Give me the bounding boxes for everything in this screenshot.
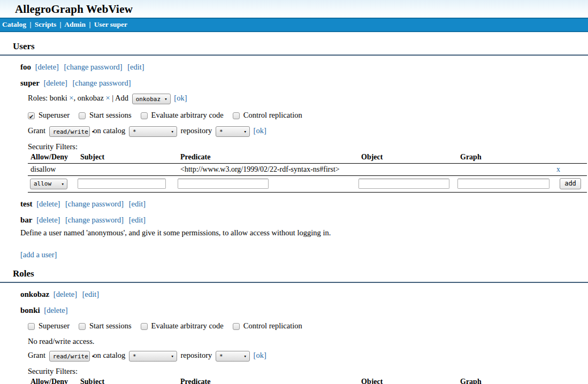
filter-header-row: Allow/Deny Subject Predicate Object Grap… <box>28 152 587 164</box>
access-select[interactable]: read/write ▾ <box>49 351 90 362</box>
col-allow-deny: Allow/Deny <box>28 152 78 164</box>
graph-input[interactable] <box>457 179 549 189</box>
users-section: foo [delete] [change password] [edit] su… <box>20 63 587 259</box>
col-graph: Graph <box>457 377 554 384</box>
access-select[interactable]: read/write ▾ <box>49 126 90 137</box>
delete-link[interactable]: [delete] <box>43 79 67 87</box>
repository-label: repository <box>181 126 212 135</box>
chevron-down-icon: ▾ <box>244 354 247 359</box>
object-value <box>358 164 457 176</box>
user-name: test <box>20 199 33 208</box>
control-replication-checkbox[interactable]: ✔ <box>233 323 240 330</box>
remove-filter-link[interactable]: x <box>556 165 560 173</box>
perm-start-sessions: ✔Start sessions <box>79 321 132 331</box>
new-filter-row: allow ▾ add <box>28 176 587 193</box>
security-filters-label: Security Filters: <box>28 367 587 376</box>
delete-link[interactable]: [delete] <box>54 290 77 298</box>
nav-admin[interactable]: Admin <box>64 20 86 28</box>
subject-input[interactable] <box>78 179 166 189</box>
superuser-checkbox[interactable]: ✔ <box>28 323 35 330</box>
grant-ok-link[interactable]: [ok] <box>254 351 266 359</box>
change-password-link[interactable]: [change password] <box>65 199 124 208</box>
permissions-row: ✔Superuser ✔Start sessions ✔Evaluate arb… <box>28 111 587 120</box>
col-graph: Graph <box>457 152 554 164</box>
change-password-link[interactable]: [change password] <box>64 63 123 71</box>
remove-role-bonki-link[interactable]: × <box>69 94 73 102</box>
role-name: onkobaz <box>20 290 49 298</box>
object-input[interactable] <box>358 179 449 189</box>
perm-superuser: ✔Superuser <box>28 111 70 120</box>
change-password-link[interactable]: [change password] <box>72 79 131 87</box>
chevron-down-icon: ▾ <box>171 129 173 134</box>
delete-link[interactable]: [delete] <box>36 199 60 208</box>
perm-evaluate: ✔Evaluate arbitrary code <box>141 111 224 120</box>
pipe: | <box>112 94 113 102</box>
perm-replication: ✔Control replication <box>233 321 302 331</box>
evaluate-code-checkbox[interactable]: ✔ <box>141 323 148 330</box>
chevron-down-icon: ▾ <box>244 129 247 134</box>
users-heading: Users <box>0 41 588 56</box>
perm-start-sessions: ✔Start sessions <box>79 111 132 120</box>
col-object: Object <box>358 377 457 384</box>
col-object: Object <box>358 152 457 164</box>
chevron-down-icon: ▾ <box>62 181 64 187</box>
nav-separator: | <box>58 20 63 28</box>
nav-catalog[interactable]: Catalog <box>2 20 26 28</box>
grant-label: Grant <box>28 126 45 135</box>
user-name: super <box>20 79 40 87</box>
edit-link[interactable]: [edit] <box>82 290 99 298</box>
add-filter-button[interactable]: add <box>560 178 581 189</box>
nav-scripts[interactable]: Scripts <box>35 20 57 28</box>
graph-value <box>457 164 554 176</box>
add-role-select[interactable]: onkobaz ▾ <box>132 94 171 104</box>
nav-separator: | <box>28 20 33 28</box>
predicate-value: <http://www.w3.org/1999/02/22-rdf-syntax… <box>178 164 358 176</box>
col-predicate: Predicate <box>178 152 358 164</box>
repository-select[interactable]: * ▾ <box>216 351 250 362</box>
grant-label: Grant <box>28 351 45 359</box>
add-role-label: Add <box>115 94 128 102</box>
edit-link[interactable]: [edit] <box>129 199 146 208</box>
change-password-link[interactable]: [change password] <box>65 216 124 224</box>
edit-link[interactable]: [edit] <box>127 63 144 71</box>
add-user-link[interactable]: [add a user] <box>20 250 57 259</box>
repository-select[interactable]: * ▾ <box>216 126 250 137</box>
check-icon: ✔ <box>29 113 34 120</box>
evaluate-code-checkbox[interactable]: ✔ <box>141 112 148 119</box>
role-row-bonki: bonki [delete] <box>20 306 587 315</box>
start-sessions-checkbox[interactable]: ✔ <box>79 323 86 330</box>
subject-value <box>78 164 178 176</box>
permissions-row: ✔Superuser ✔Start sessions ✔Evaluate arb… <box>28 321 587 331</box>
col-subject: Subject <box>78 152 178 164</box>
catalog-select[interactable]: * ▾ <box>129 126 177 137</box>
user-name: foo <box>20 63 31 71</box>
nav-user-super[interactable]: User super <box>94 20 127 28</box>
masthead: AllegroGraph WebView <box>0 0 588 18</box>
superuser-checkbox[interactable]: ✔ <box>28 112 35 119</box>
start-sessions-checkbox[interactable]: ✔ <box>79 112 86 119</box>
allow-deny-value: disallow <box>28 164 78 176</box>
delete-link[interactable]: [delete] <box>44 306 67 314</box>
catalog-select[interactable]: * ▾ <box>129 351 177 362</box>
navbar: Catalog | Scripts | Admin | User super <box>0 18 588 32</box>
bonki-role-details: ✔Superuser ✔Start sessions ✔Evaluate arb… <box>28 321 587 384</box>
remove-role-onkobaz-link[interactable]: × <box>106 94 110 102</box>
on-catalog-label: on catalog <box>93 126 125 135</box>
role-tag-onkobaz: onkobaz <box>78 94 104 102</box>
perm-replication: ✔Control replication <box>233 111 302 120</box>
delete-link[interactable]: [delete] <box>36 216 60 224</box>
app-title: AllegroGraph WebView <box>15 3 588 16</box>
roles-heading: Roles <box>0 268 588 283</box>
user-row-super: super [delete] [change password] <box>20 79 587 88</box>
delete-link[interactable]: [delete] <box>35 63 59 71</box>
control-replication-checkbox[interactable]: ✔ <box>233 112 240 119</box>
role-row-onkobaz: onkobaz [delete] [edit] <box>20 290 587 299</box>
add-role-ok-link[interactable]: [ok] <box>174 94 187 102</box>
allow-deny-select[interactable]: allow ▾ <box>30 179 67 189</box>
perm-evaluate: ✔Evaluate arbitrary code <box>141 321 224 331</box>
security-filters-table: Allow/Deny Subject Predicate Object Grap… <box>28 377 587 384</box>
user-row-bar: bar [delete] [change password] [edit] <box>20 216 587 225</box>
predicate-input[interactable] <box>178 179 269 189</box>
edit-link[interactable]: [edit] <box>129 216 146 224</box>
grant-ok-link[interactable]: [ok] <box>254 126 266 135</box>
